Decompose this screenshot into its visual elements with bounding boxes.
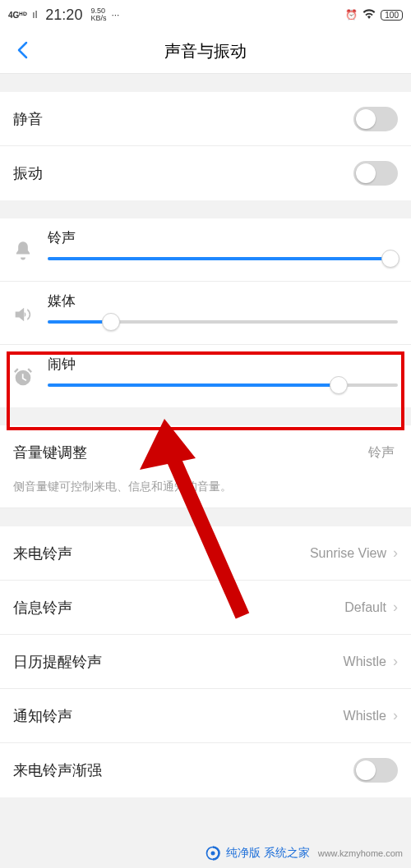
bell-icon	[12, 228, 36, 266]
ascending-toggle[interactable]	[353, 758, 398, 783]
page-title: 声音与振动	[164, 40, 247, 62]
watermark-url: www.kzmyhome.com	[318, 848, 403, 858]
net-rate: 9.50 KB/s	[90, 7, 106, 22]
watermark-logo-icon	[205, 845, 221, 861]
incoming-ringtone-row[interactable]: 来电铃声 Sunrise View ›	[0, 526, 411, 581]
vibrate-row[interactable]: 振动	[0, 146, 411, 200]
svg-point-2	[210, 852, 215, 856]
general-section: 静音 振动	[0, 92, 411, 200]
calendar-ringtone-row[interactable]: 日历提醒铃声 Whistle ›	[0, 635, 411, 689]
alarm-slider-row: 闹钟	[0, 345, 411, 407]
volume-key-label: 音量键调整	[13, 443, 87, 462]
notify-ringtone-row[interactable]: 通知铃声 Whistle ›	[0, 689, 411, 743]
volume-section: 铃声 媒体 闹钟	[0, 218, 411, 407]
ring-slider[interactable]	[48, 257, 398, 260]
media-label: 媒体	[48, 292, 398, 310]
chevron-right-icon: ›	[393, 599, 398, 616]
ringtones-section: 来电铃声 Sunrise View › 信息铃声 Default › 日历提醒铃…	[0, 526, 411, 797]
back-button[interactable]	[10, 35, 35, 68]
status-time: 21:20	[45, 7, 82, 24]
bars-icon: ıl	[32, 9, 37, 21]
signal-icon: 4Gᴴᴰ	[8, 11, 27, 20]
message-ringtone-row[interactable]: 信息铃声 Default ›	[0, 581, 411, 635]
ringtone-slider-row: 铃声	[0, 218, 411, 282]
speaker-icon	[12, 292, 36, 329]
ascending-ringtone-row[interactable]: 来电铃声渐强	[0, 743, 411, 797]
media-slider[interactable]	[48, 320, 398, 324]
volume-key-section: 音量键调整 铃声 侧音量键可控制来电、信息和通知的音量。	[0, 425, 411, 508]
volume-key-row[interactable]: 音量键调整 铃声	[0, 425, 411, 480]
alarm-icon: ⏰	[345, 9, 358, 21]
alarm-label: 闹钟	[48, 355, 398, 374]
more-dots: ···	[111, 9, 119, 21]
silent-row[interactable]: 静音	[0, 92, 411, 146]
chevron-right-icon: ›	[393, 707, 398, 724]
volume-key-value: 铃声	[368, 444, 395, 462]
chevron-right-icon: ›	[393, 544, 398, 562]
alarm-slider[interactable]	[48, 383, 398, 387]
status-left: 4Gᴴᴰ ıl 21:20 9.50 KB/s ···	[8, 7, 119, 24]
status-bar: 4Gᴴᴰ ıl 21:20 9.50 KB/s ··· ⏰ 100	[0, 0, 411, 30]
clock-icon	[12, 355, 36, 393]
vibrate-label: 振动	[13, 163, 43, 183]
battery-icon: 100	[381, 10, 403, 21]
silent-label: 静音	[13, 109, 43, 129]
watermark-text: 纯净版 系统之家	[226, 846, 310, 861]
watermark: 纯净版 系统之家 www.kzmyhome.com	[205, 845, 403, 861]
ring-label: 铃声	[48, 228, 398, 247]
chevron-right-icon: ›	[393, 653, 398, 670]
status-right: ⏰ 100	[345, 9, 403, 21]
vibrate-toggle[interactable]	[353, 161, 398, 186]
page-header: 声音与振动	[0, 30, 411, 74]
media-slider-row: 媒体	[0, 282, 411, 345]
silent-toggle[interactable]	[353, 107, 398, 131]
volume-key-desc: 侧音量键可控制来电、信息和通知的音量。	[0, 480, 411, 508]
wifi-icon	[363, 9, 376, 21]
